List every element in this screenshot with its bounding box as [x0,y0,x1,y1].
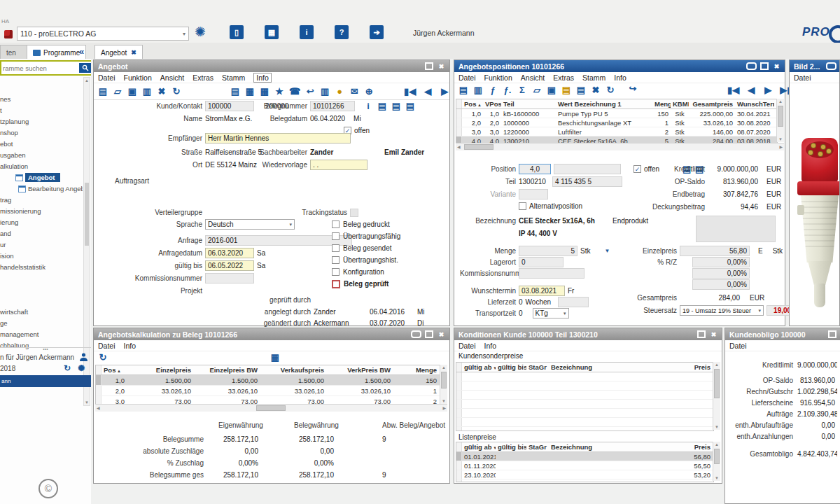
close-icon[interactable]: ✖ [157,85,167,98]
sidebar-item-tzplanung[interactable]: tzplanung [0,116,83,127]
cell[interactable]: 1.500,00 [260,377,326,384]
cell[interactable]: 916.954,50 [795,399,837,407]
sidebar-item-ebot[interactable]: ebot [0,139,83,150]
wunschtermin-input[interactable]: 03.08.2021 [519,286,565,296]
save-icon[interactable]: ▣ [127,85,137,98]
nav-next-icon[interactable]: ▶ [763,84,773,97]
header-cell[interactable]: gültig bis [496,443,526,451]
refresh-icon[interactable]: ↻ [606,84,615,97]
header-cell[interactable]: Bezeichnung [549,363,631,371]
info-icon[interactable]: i [300,25,314,39]
cell[interactable]: 0,00% [260,459,336,467]
checkbox[interactable] [332,280,340,288]
table-row[interactable]: OP-Saldo813.960,00 [725,374,837,386]
menu-ansicht[interactable]: Ansicht [521,74,545,82]
info-badge-icon[interactable]: i [363,100,373,113]
cell[interactable]: Stk [671,119,689,127]
sidebar-item-usgaben[interactable]: usgaben [0,150,83,161]
header-cell[interactable]: WunschTerm [735,100,774,108]
header-cell[interactable]: Pos [102,366,127,374]
cell[interactable]: Pumpe Typ PU 5 [556,110,652,118]
close-icon[interactable] [708,330,719,339]
cell[interactable]: 258.172,10 [260,471,336,479]
search-icon[interactable] [79,63,91,73]
basket-icon[interactable]: ▥ [320,85,330,98]
open-icon[interactable]: ▱ [113,85,122,98]
copy-doc2-icon[interactable]: ▤ [391,100,401,113]
app-window-icon[interactable]: ▯ [230,25,244,39]
positionen-titlebar[interactable]: Angebotspositionen 10101266 [454,60,785,72]
cell[interactable]: 150 [652,110,671,118]
sidebar-item-t[interactable]: t [0,105,83,116]
header-cell[interactable]: VerkPreis BW [326,366,393,374]
cell[interactable]: 1.500,00 [193,377,260,384]
nav-next-icon[interactable]: ▶ [440,85,449,98]
table-row[interactable]: Gesamtobligo4.842.403,74 [725,448,837,459]
sidebar-item-ur[interactable]: ur [0,239,83,251]
copy-doc-icon[interactable]: ▤ [377,100,387,113]
sidebar-item-handelsstatistik[interactable]: handelsstatistik [0,262,83,273]
nav-prev-icon[interactable]: ◀ [423,85,433,98]
refresh-icon[interactable]: ↻ [172,85,181,98]
obligo-titlebar[interactable]: Kundenobligo 100000 [725,328,840,340]
cell[interactable]: 1.500,00 [127,377,193,384]
sidebar-item-ision[interactable]: ision [0,251,83,262]
cell[interactable]: 33.026,10 [689,119,735,127]
menu-ansicht[interactable]: Ansicht [160,74,184,82]
header-cell[interactable]: Menge [652,100,671,108]
cell[interactable]: 3,0 [483,128,501,136]
delete-icon[interactable]: ▥ [142,85,152,98]
sidebar-item-nshop[interactable]: nshop [0,127,83,139]
cell[interactable]: 4.842.403,74 [795,450,837,458]
close-icon[interactable]: ✖ [591,84,601,97]
variante-input[interactable] [519,189,548,200]
sidebar-item-wirtschaft[interactable]: wirtschaft [0,307,83,318]
cell[interactable]: Gesamtobligo [725,450,795,458]
cell[interactable]: 9.000.000,00 [795,361,837,369]
close-tab-icon[interactable]: ✖ [131,49,136,56]
nav-first-icon[interactable]: ▮◀ [727,84,739,97]
cell[interactable]: enth.Anzahlungen [725,433,795,440]
cell[interactable]: 258.172,10 [260,435,336,443]
header-cell[interactable]: Einzelpreis BW [193,366,260,374]
cell[interactable]: 33.026,10 [127,387,193,395]
cell[interactable]: 0,00 [260,447,336,455]
cell[interactable]: 1.002.298,54 [795,388,837,396]
menu-info[interactable]: Info [253,73,272,83]
rz2-input[interactable]: 0,00% [692,268,750,279]
new-document-icon[interactable]: ▤ [458,84,468,97]
header-cell[interactable]: gültig bis [496,363,526,371]
cell[interactable]: 146,00 [689,128,735,136]
sidebar-item[interactable] [0,295,83,307]
sidebar-selected-bar[interactable]: ann [0,375,91,387]
angebot-titlebar[interactable]: Angebot [94,60,449,72]
doc-icon[interactable]: ▤ [561,84,571,97]
wiedervorlage-input[interactable]: . . [310,160,368,170]
sidebar-item[interactable] [0,273,83,284]
close-icon[interactable] [771,62,782,71]
forward-icon[interactable]: ↪ [628,83,638,95]
nav-prev-icon[interactable]: ◀ [746,84,756,97]
menu-info[interactable]: Info [124,342,136,350]
mail-icon[interactable]: ✉ [349,85,359,98]
cell[interactable]: 08.07.2020 [735,128,774,136]
menu-funktion[interactable]: Funktion [484,74,512,82]
sidebar-tab-programme[interactable]: Programme [27,45,86,59]
header-cell[interactable]: gültig ab [462,443,496,451]
menu-datei[interactable]: Datei [98,74,115,82]
cell[interactable]: enth.Abrufaufträge [725,421,795,429]
menu-info[interactable]: Info [614,74,626,82]
cell[interactable]: 1000000 [501,119,556,127]
sidebar-item-nes[interactable]: nes [0,94,83,105]
nav-first-icon[interactable]: ▮◀ [404,85,416,98]
maximize-icon[interactable] [424,62,434,71]
cell[interactable]: 9 [336,435,427,443]
gueltig-bis-input[interactable]: 06.05.2022 [205,260,254,271]
menge-input[interactable]: 5 [519,246,578,256]
lieferzeit-extra[interactable] [558,297,589,307]
cell[interactable]: Luftfilter [556,128,652,136]
settings-gear-icon[interactable]: ✺ [195,25,206,39]
copy-icon[interactable]: ▥ [473,84,483,97]
menu-extras[interactable]: Extras [553,74,574,82]
menu-datei[interactable]: Datei [729,342,747,350]
